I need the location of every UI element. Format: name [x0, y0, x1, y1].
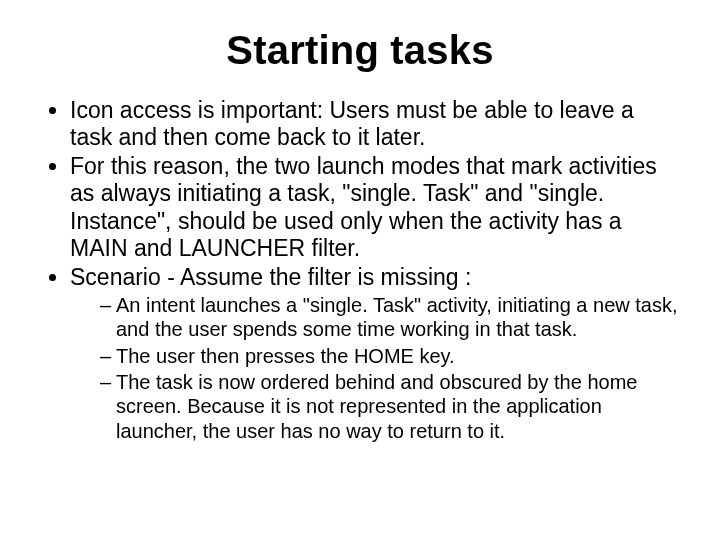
bullet-item: For this reason, the two launch modes th…: [70, 153, 680, 262]
sub-bullet-item: The task is now ordered behind and obscu…: [100, 370, 680, 443]
sub-bullet-list: An intent launches a "single. Task" acti…: [70, 293, 680, 443]
slide-title: Starting tasks: [40, 28, 680, 73]
bullet-item: Scenario - Assume the filter is missing …: [70, 264, 680, 443]
bullet-text: Scenario - Assume the filter is missing …: [70, 264, 471, 290]
bullet-list: Icon access is important: Users must be …: [40, 97, 680, 443]
bullet-item: Icon access is important: Users must be …: [70, 97, 680, 151]
sub-bullet-item: An intent launches a "single. Task" acti…: [100, 293, 680, 342]
sub-bullet-item: The user then presses the HOME key.: [100, 344, 680, 368]
slide: Starting tasks Icon access is important:…: [0, 0, 720, 540]
